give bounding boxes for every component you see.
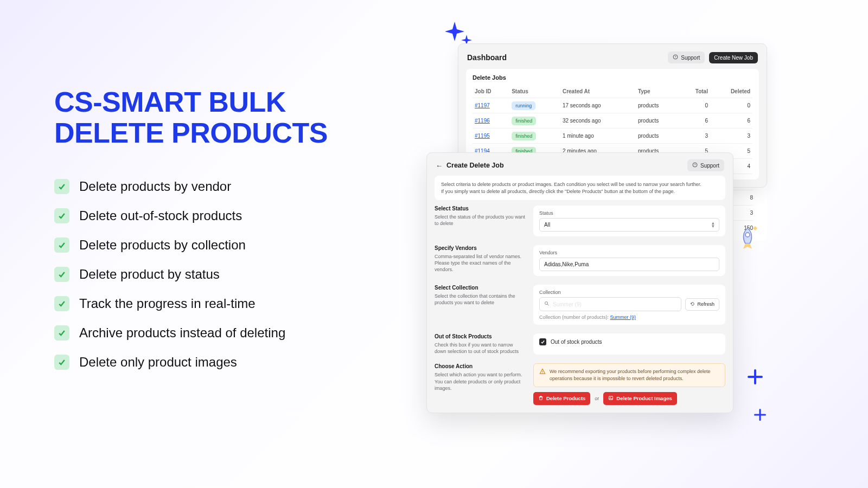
svg-point-8 [542, 373, 542, 374]
feature-text: Archive products instead of deleting [79, 325, 285, 341]
out-of-stock-checkbox[interactable] [539, 338, 546, 345]
table-row: #1196finished32 seconds agoproducts66 [473, 113, 752, 129]
svg-text:?: ? [675, 55, 676, 59]
delete-products-button[interactable]: Delete Products [533, 392, 590, 405]
out-of-stock-section: Out of Stock Products Check this box if … [435, 333, 725, 355]
vendors-input[interactable]: Adidas,Nike,Puma [539, 258, 719, 271]
status-section: Select Status Select the status of the p… [435, 206, 725, 236]
warning-banner: We recommend exporting your products bef… [533, 363, 725, 387]
delete-product-images-button[interactable]: Delete Product Images [603, 392, 676, 405]
job-id-link[interactable]: #1195 [475, 133, 490, 139]
check-icon [54, 267, 69, 282]
help-icon: ? [692, 162, 698, 169]
create-job-title: Create Delete Job [446, 162, 504, 169]
feature-text: Delete product by status [79, 267, 220, 282]
help-icon: ? [673, 54, 678, 61]
feature-item: Delete products by collection [54, 237, 358, 253]
info-banner: Select criteria to delete products or pr… [435, 176, 725, 200]
trash-icon [538, 395, 544, 402]
check-icon [54, 237, 69, 253]
chevron-updown-icon: ▴▾ [712, 222, 714, 228]
sparkle-cross-icon [748, 369, 763, 384]
sparkle-cross-icon [754, 409, 766, 421]
feature-item: Archive products instead of deleting [54, 325, 358, 341]
rocket-icon [733, 225, 762, 253]
status-badge: running [512, 101, 535, 110]
collection-link[interactable]: Summer (9) [610, 314, 636, 320]
table-row: #1195finished1 minute agoproducts33 [473, 129, 752, 144]
create-new-job-button[interactable]: Create New Job [709, 52, 758, 63]
feature-item: Delete out-of-stock products [54, 208, 358, 223]
delete-jobs-title: Delete Jobs [473, 74, 752, 81]
feature-item: Delete only product images [54, 355, 358, 370]
feature-item: Track the progress in real-time [54, 296, 358, 311]
table-row: #1197running17 seconds agoproducts00 [473, 98, 752, 113]
status-select[interactable]: All ▴▾ [539, 218, 719, 232]
check-icon [54, 325, 69, 341]
feature-item: Delete product by status [54, 267, 358, 282]
image-icon [608, 395, 614, 402]
check-icon [54, 208, 69, 223]
svg-text:?: ? [694, 163, 695, 166]
collection-search-input[interactable]: Summer (9) [539, 297, 681, 311]
support-button[interactable]: ? Support [668, 52, 705, 63]
warning-icon [539, 368, 546, 382]
collection-section: Select Collection Select the collection … [435, 285, 725, 325]
svg-point-5 [545, 302, 548, 305]
marketing-panel: CS-SMART BULKDELETE PRODUCTS Delete prod… [54, 87, 358, 370]
search-icon [544, 301, 550, 307]
app-title: CS-SMART BULKDELETE PRODUCTS [54, 87, 358, 149]
feature-text: Delete only product images [79, 355, 237, 370]
feature-text: Delete products by collection [79, 237, 246, 253]
svg-line-6 [547, 304, 549, 306]
svg-point-2 [745, 233, 750, 237]
refresh-button[interactable]: Refresh [685, 298, 719, 311]
feature-text: Delete out-of-stock products [79, 208, 242, 223]
dashboard-title: Dashboard [467, 53, 507, 62]
choose-action-section: Choose Action Select which action you wa… [435, 363, 725, 404]
back-arrow-icon[interactable]: ← [436, 162, 443, 170]
status-badge: finished [512, 132, 536, 140]
refresh-icon [690, 301, 695, 307]
check-icon [54, 296, 69, 311]
feature-text: Delete products by vendor [79, 179, 231, 194]
feature-text: Track the progress in real-time [79, 296, 256, 311]
check-icon [54, 179, 69, 194]
status-badge: finished [512, 117, 536, 125]
vendors-section: Specify Vendors Comma-separated list of … [435, 245, 725, 276]
create-delete-job-card: ← Create Delete Job ? Support Select cri… [426, 152, 733, 413]
feature-item: Delete products by vendor [54, 179, 358, 194]
support-button[interactable]: ? Support [687, 159, 724, 171]
check-icon [54, 355, 69, 370]
job-id-link[interactable]: #1196 [475, 118, 490, 124]
job-id-link[interactable]: #1197 [475, 102, 490, 108]
